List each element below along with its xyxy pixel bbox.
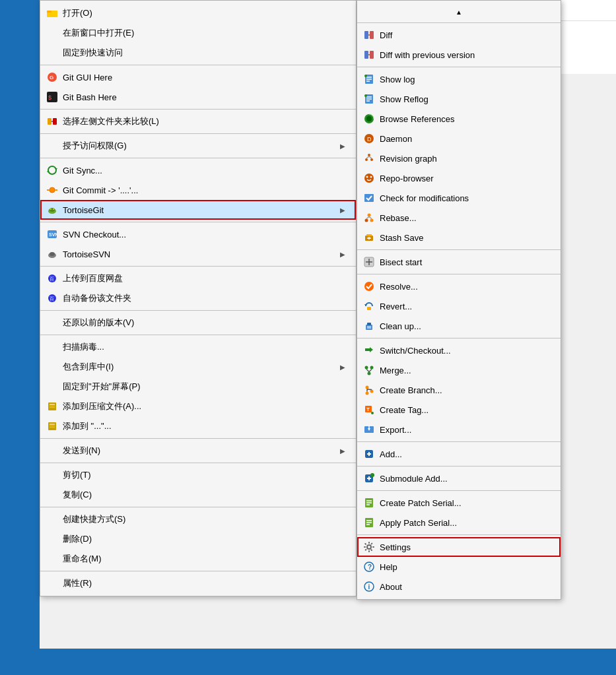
left-context-menu: 打开(O) 在新窗口中打开(E) 固定到快速访问 G Git GUI Here … bbox=[40, 0, 357, 596]
menu-item-switch-checkout[interactable]: Switch/Checkout... bbox=[357, 340, 561, 360]
menu-item-cleanup[interactable]: Clean up... bbox=[357, 316, 561, 336]
svg-point-17 bbox=[53, 209, 54, 210]
menu-item-delete[interactable]: 删除(D) bbox=[40, 529, 356, 549]
menu-item-properties[interactable]: 属性(R) bbox=[40, 573, 356, 593]
svg-text:$: $ bbox=[48, 94, 51, 101]
menu-item-scan-virus[interactable]: 扫描病毒... bbox=[40, 337, 356, 357]
menu-item-revision-graph[interactable]: Revision graph bbox=[357, 148, 561, 168]
menu-item-show-log[interactable]: Show log bbox=[357, 69, 561, 89]
svg-rect-121 bbox=[370, 549, 373, 552]
merge-label: Merge... bbox=[380, 366, 550, 375]
menu-item-cut[interactable]: 剪切(T) bbox=[40, 465, 356, 485]
menu-item-add-archive[interactable]: 添加到压缩文件(A)... bbox=[40, 397, 356, 416]
menu-item-help[interactable]: ? Help bbox=[357, 557, 561, 577]
bisect-start-label: Bisect start bbox=[380, 257, 550, 267]
svg-marker-10 bbox=[47, 170, 50, 172]
no-icon-6 bbox=[46, 360, 59, 373]
rsep-0 bbox=[357, 22, 561, 23]
menu-item-git-bash[interactable]: $ Git Bash Here bbox=[40, 87, 356, 107]
switch-icon bbox=[362, 344, 376, 357]
menu-item-create-patch[interactable]: Create Patch Serial... bbox=[357, 493, 561, 513]
menu-item-add-archive2[interactable]: 添加到 "..."... bbox=[40, 416, 356, 436]
menu-item-revert[interactable]: Revert... bbox=[357, 296, 561, 316]
rsep-8 bbox=[357, 534, 561, 535]
switch-checkout-label: Switch/Checkout... bbox=[380, 346, 550, 356]
menu-item-open-new-window[interactable]: 在新窗口中打开(E) bbox=[40, 23, 356, 43]
menu-item-create-shortcut[interactable]: 创建快捷方式(S) bbox=[40, 509, 356, 529]
menu-item-about[interactable]: i About bbox=[357, 577, 561, 596]
menu-item-add[interactable]: Add... bbox=[357, 444, 561, 464]
create-tag-icon: T bbox=[362, 403, 376, 416]
menu-item-send-to[interactable]: 发送到(N) ▶ bbox=[40, 441, 356, 461]
menu-item-include-library[interactable]: 包含到库中(I) ▶ bbox=[40, 357, 356, 377]
menu-item-apply-patch[interactable]: Apply Patch Serial... bbox=[357, 513, 561, 532]
menu-item-bisect-start[interactable]: Bisect start bbox=[357, 252, 561, 272]
stash-save-label: Stash Save bbox=[380, 233, 550, 243]
menu-item-grant-access[interactable]: 授予访问权限(G) ▶ bbox=[40, 136, 356, 156]
menu-item-diff-prev[interactable]: Diff with previous version bbox=[357, 45, 561, 65]
menu-item-pin-quick[interactable]: 固定到快速访问 bbox=[40, 43, 356, 63]
menu-item-baidu-backup[interactable]: 百 自动备份该文件夹 bbox=[40, 288, 356, 308]
menu-item-daemon[interactable]: D Daemon bbox=[357, 129, 561, 148]
menu-item-create-branch[interactable]: Create Branch... bbox=[357, 380, 561, 400]
sep-12 bbox=[40, 571, 356, 571]
create-patch-icon bbox=[362, 496, 376, 509]
no-icon-8 bbox=[46, 444, 59, 457]
open-new-window-label: 在新窗口中打开(E) bbox=[63, 27, 345, 39]
menu-item-git-gui[interactable]: G Git GUI Here bbox=[40, 67, 356, 87]
copy-label: 复制(C) bbox=[63, 489, 345, 501]
menu-item-browse-refs[interactable]: Browse References bbox=[357, 109, 561, 129]
show-log-icon bbox=[362, 73, 376, 86]
no-icon-9 bbox=[46, 468, 59, 482]
taskbar bbox=[0, 649, 616, 675]
menu-item-repo-browser[interactable]: Repo-browser bbox=[357, 168, 561, 188]
svg-marker-9 bbox=[55, 168, 57, 170]
sep-10 bbox=[40, 463, 356, 463]
menu-item-git-sync[interactable]: Git Sync... bbox=[40, 160, 356, 180]
menu-item-rebase[interactable]: Rebase... bbox=[357, 208, 561, 228]
menu-item-git-commit[interactable]: Git Commit -> '....'... bbox=[40, 180, 356, 200]
rsep-7 bbox=[357, 490, 561, 491]
svg-rect-6 bbox=[48, 118, 51, 125]
menu-item-baidu-upload[interactable]: 百 上传到百度网盘 bbox=[40, 269, 356, 288]
menu-item-create-tag[interactable]: T Create Tag... bbox=[357, 400, 561, 420]
menu-item-copy[interactable]: 复制(C) bbox=[40, 485, 356, 505]
add-label: Add... bbox=[380, 449, 550, 459]
menu-item-tortoisegit[interactable]: TortoiseGit ▶ bbox=[40, 200, 356, 220]
rsep-6 bbox=[357, 466, 561, 466]
menu-item-check-mods[interactable]: Check for modifications bbox=[357, 188, 561, 208]
menu-item-stash-save[interactable]: Stash Save bbox=[357, 228, 561, 247]
menu-item-svn-checkout[interactable]: SVN SVN Checkout... bbox=[40, 224, 356, 244]
menu-item-pin-start[interactable]: 固定到"开始"屏幕(P) bbox=[40, 377, 356, 397]
svg-text:百: 百 bbox=[50, 276, 54, 281]
send-to-label: 发送到(N) bbox=[63, 445, 340, 457]
menu-item-show-reflog[interactable]: Show Reflog bbox=[357, 89, 561, 109]
menu-item-settings[interactable]: Settings bbox=[357, 537, 561, 557]
svg-point-104 bbox=[370, 473, 374, 477]
svg-rect-7 bbox=[53, 118, 57, 125]
menu-item-resolve[interactable]: Resolve... bbox=[357, 276, 561, 296]
tortoisegit-icon bbox=[46, 203, 59, 216]
svg-point-89 bbox=[370, 390, 374, 393]
svg-rect-120 bbox=[364, 543, 367, 546]
menu-item-merge[interactable]: Merge... bbox=[357, 360, 561, 380]
menu-item-compare-left[interactable]: 选择左侧文件夹来比较(L) bbox=[40, 112, 356, 131]
menu-item-restore[interactable]: 还原以前的版本(V) bbox=[40, 313, 356, 333]
menu-item-submodule-add[interactable]: Submodule Add... bbox=[357, 468, 561, 488]
menu-item-export[interactable]: Export... bbox=[357, 420, 561, 439]
menu-item-tortoisesvn[interactable]: TortoiseSVN ▶ bbox=[40, 244, 356, 264]
rsep-2 bbox=[357, 249, 561, 250]
menu-item-rename[interactable]: 重命名(M) bbox=[40, 549, 356, 569]
svg-rect-116 bbox=[364, 546, 366, 548]
svg-rect-119 bbox=[364, 549, 367, 552]
compare-left-label: 选择左侧文件夹来比较(L) bbox=[63, 115, 345, 127]
check-mods-icon bbox=[362, 191, 376, 205]
pin-quick-label: 固定到快速访问 bbox=[63, 47, 345, 59]
menu-scroll-up[interactable]: ▲ bbox=[357, 3, 561, 20]
menu-item-diff[interactable]: Diff bbox=[357, 25, 561, 45]
git-sync-label: Git Sync... bbox=[63, 166, 345, 176]
right-context-menu: ▲ Diff Diff with previous version bbox=[357, 0, 561, 600]
rebase-label: Rebase... bbox=[380, 213, 550, 223]
svg-point-65 bbox=[370, 219, 374, 222]
menu-item-open[interactable]: 打开(O) bbox=[40, 3, 356, 23]
